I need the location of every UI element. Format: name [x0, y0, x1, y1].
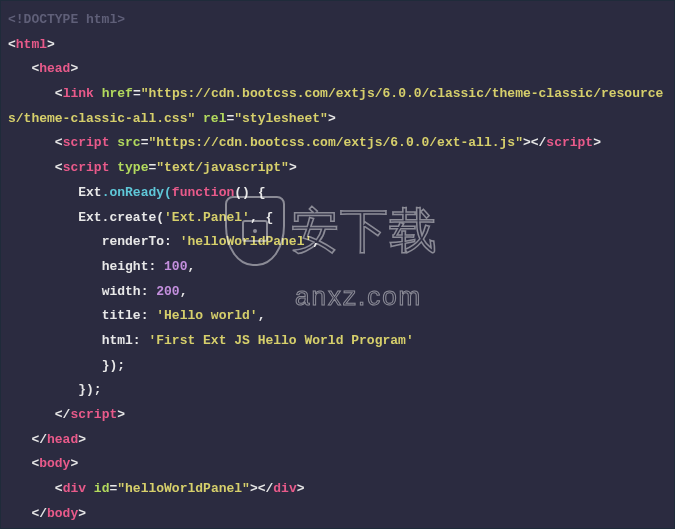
id-attr: id	[94, 481, 110, 496]
prop-html: html:	[102, 333, 149, 348]
src-value: "https://cdn.bootcss.com/extjs/6.0.0/ext…	[148, 135, 522, 150]
script-close-tag: script	[70, 407, 117, 422]
script-close-tag: script	[546, 135, 593, 150]
val-title: 'Hello world'	[156, 308, 257, 323]
val-width: 200	[156, 284, 179, 299]
script-tag: script	[63, 135, 110, 150]
link-tag: link	[63, 86, 94, 101]
val-html: 'First Ext JS Hello World Program'	[148, 333, 413, 348]
div-close-tag: div	[273, 481, 296, 496]
prop-title: title:	[102, 308, 157, 323]
id-value: "helloWorldPanel"	[117, 481, 250, 496]
code-block: <!DOCTYPE html> <html> <head> <link href…	[0, 0, 675, 529]
paren-brace: () {	[234, 185, 265, 200]
type-attr: type	[117, 160, 148, 175]
onready-call: .onReady(	[102, 185, 172, 200]
obj-open: , {	[250, 210, 273, 225]
val-renderTo: 'helloWorldPanel'	[180, 234, 313, 249]
prop-renderTo: renderTo:	[102, 234, 180, 249]
type-value: "text/javascript"	[156, 160, 289, 175]
script-tag: script	[63, 160, 110, 175]
close-obj: });	[102, 358, 125, 373]
prop-width: width:	[102, 284, 157, 299]
panel-string: 'Ext.Panel'	[164, 210, 250, 225]
doctype-line: <!DOCTYPE html>	[8, 12, 125, 27]
create-call: Ext.create(	[78, 210, 164, 225]
href-attr: href	[102, 86, 133, 101]
head-close-tag: head	[47, 432, 78, 447]
body-open-tag: body	[39, 456, 70, 471]
head-open-tag: head	[39, 61, 70, 76]
src-attr: src	[117, 135, 140, 150]
html-open-tag: html	[16, 37, 47, 52]
ext-var: Ext	[78, 185, 101, 200]
prop-height: height:	[102, 259, 164, 274]
rel-attr: rel	[203, 111, 226, 126]
val-height: 100	[164, 259, 187, 274]
function-keyword: function	[172, 185, 234, 200]
close-fn: });	[78, 382, 101, 397]
body-close-tag: body	[47, 506, 78, 521]
div-tag: div	[63, 481, 86, 496]
rel-value: "stylesheet"	[234, 111, 328, 126]
